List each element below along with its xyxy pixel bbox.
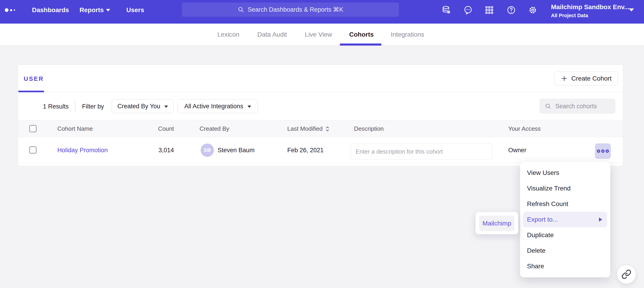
project-name: Mailchimp Sandbox Env... [551, 4, 629, 11]
table-header-row: Cohort Name Count Created By Last Modifi… [18, 120, 623, 137]
link-icon [622, 269, 632, 279]
nav-item-reports[interactable]: Reports [80, 0, 104, 20]
cohorts-card: USER Create Cohort 1 Results Filter by C… [18, 65, 623, 166]
ellipsis-icon [597, 150, 600, 153]
logo-dot-icon [5, 8, 8, 12]
active-tab-underline [340, 44, 382, 46]
column-header-count: Count [137, 120, 174, 137]
menu-item-refresh-count[interactable]: Refresh Count [520, 196, 610, 212]
tab-lexicon[interactable]: Lexicon [217, 24, 240, 45]
submenu-item-mailchimp[interactable]: Mailchimp [479, 216, 514, 231]
cohort-search-box[interactable] [540, 99, 616, 114]
integrations-filter-value: All Active Integrations [184, 103, 243, 110]
cohort-name-link[interactable]: Holiday Promotion [57, 147, 108, 154]
menu-item-share[interactable]: Share [520, 258, 610, 274]
tab-user-cohorts[interactable]: USER [24, 75, 44, 82]
chevron-down-icon [248, 105, 251, 108]
integrations-filter-dropdown[interactable]: All Active Integrations [178, 99, 258, 113]
project-scope: All Project Data [551, 13, 629, 19]
tab-integrations[interactable]: Integrations [391, 24, 424, 45]
results-count: 1 Results [43, 103, 69, 110]
settings-icon[interactable] [528, 5, 538, 15]
logo-dot-icon [10, 9, 12, 11]
created-by-name: Steven Baum [218, 147, 254, 154]
row-actions-context-menu: View Users Visualize Trend Refresh Count… [520, 161, 610, 277]
global-search-bar[interactable]: Search Dashboards & Reports ⌘K [182, 3, 399, 17]
global-search-placeholder: Search Dashboards & Reports ⌘K [248, 6, 344, 13]
created-by-filter-value: Created By You [118, 103, 160, 110]
column-header-last-modified-label: Last Modified [287, 120, 323, 137]
help-icon[interactable] [506, 5, 516, 15]
search-icon [238, 6, 244, 13]
cohort-search-input[interactable] [555, 103, 610, 110]
table-row: Holiday Promotion 3,014 SB Steven Baum F… [18, 137, 623, 163]
column-header-created-by: Created By [200, 120, 229, 137]
cohort-count: 3,014 [137, 147, 174, 154]
divider [18, 92, 623, 92]
chevron-down-icon[interactable] [106, 9, 110, 12]
export-submenu: Mailchimp [475, 212, 518, 234]
nav-item-users[interactable]: Users [126, 0, 144, 20]
created-by-filter-dropdown[interactable]: Created By You [112, 99, 174, 113]
column-header-last-modified[interactable]: Last Modified [287, 120, 330, 137]
apps-grid-icon[interactable] [484, 5, 494, 15]
chevron-down-icon [164, 105, 168, 108]
ellipsis-icon [601, 150, 604, 153]
menu-item-view-users[interactable]: View Users [520, 165, 610, 181]
row-actions-menu-button[interactable] [595, 143, 611, 159]
menu-item-delete[interactable]: Delete [520, 243, 610, 258]
menu-item-duplicate[interactable]: Duplicate [520, 227, 610, 243]
select-all-checkbox[interactable] [29, 125, 36, 132]
tab-live-view[interactable]: Live View [305, 24, 332, 45]
project-switcher[interactable]: Mailchimp Sandbox Env... All Project Dat… [551, 4, 629, 19]
data-management-icon[interactable] [441, 5, 451, 15]
avatar: SB [201, 143, 214, 157]
menu-item-export-to[interactable]: Export to... [523, 212, 607, 227]
column-header-cohort-name: Cohort Name [57, 120, 93, 137]
logo[interactable] [5, 0, 15, 20]
logo-dot-icon [14, 9, 15, 11]
divider [75, 101, 76, 111]
last-modified-date: Feb 26, 2021 [287, 147, 324, 154]
create-cohort-label: Create Cohort [571, 75, 612, 82]
menu-item-visualize-trend[interactable]: Visualize Trend [520, 181, 610, 196]
top-nav-bar: Dashboards Reports Users Search Dashboar… [0, 0, 644, 24]
tab-cohorts[interactable]: Cohorts [349, 24, 374, 45]
filter-by-label: Filter by [82, 103, 104, 110]
cohorts-page: Dashboards Reports Users Search Dashboar… [0, 0, 644, 288]
row-checkbox[interactable] [29, 146, 36, 154]
description-input[interactable] [351, 143, 492, 160]
submenu-arrow-icon [599, 217, 602, 222]
menu-item-export-to-label: Export to... [527, 216, 558, 223]
tab-data-audit[interactable]: Data Audit [257, 24, 287, 45]
copy-link-button[interactable] [617, 265, 636, 284]
ellipsis-icon [606, 150, 609, 153]
column-header-description: Description [354, 120, 384, 137]
sort-icon [325, 125, 330, 132]
plus-icon [561, 75, 568, 82]
chevron-down-icon[interactable] [629, 9, 634, 12]
active-tab-underline [18, 91, 44, 92]
create-cohort-button[interactable]: Create Cohort [554, 72, 618, 85]
column-header-your-access: Your Access [508, 120, 541, 137]
search-icon [544, 103, 552, 110]
feedback-icon[interactable] [463, 5, 473, 15]
access-level: Owner [508, 147, 526, 154]
nav-item-dashboards[interactable]: Dashboards [32, 0, 69, 20]
